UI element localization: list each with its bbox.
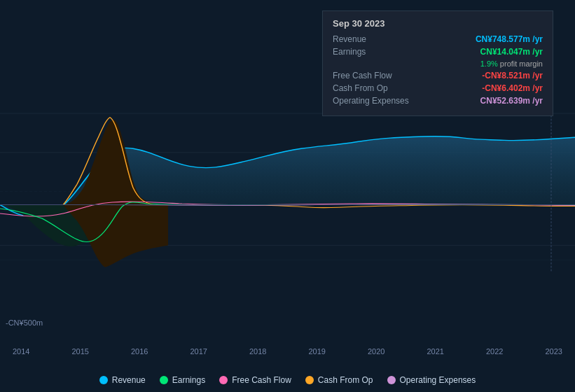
legend-earnings[interactable]: Earnings [160,375,205,385]
opex-legend-label: Operating Expenses [400,375,476,385]
profit-margin-value: 1.9% profit margin [480,59,543,68]
fcf-legend-label: Free Cash Flow [232,375,291,385]
legend-revenue[interactable]: Revenue [99,375,146,385]
cashop-label: Cash From Op [333,83,417,93]
revenue-legend-label: Revenue [112,375,146,385]
x-label-2022: 2022 [486,347,503,356]
chart-legend: Revenue Earnings Free Cash Flow Cash Fro… [0,375,575,385]
x-axis: 2014 2015 2016 2017 2018 2019 2020 2021 … [0,347,575,356]
revenue-row: Revenue CN¥748.577m /yr [333,34,543,44]
earnings-label: Earnings [333,47,417,57]
cashop-value: -CN¥6.402m /yr [482,83,543,93]
cashop-row: Cash From Op -CN¥6.402m /yr [333,83,543,93]
x-label-2016: 2016 [131,347,148,356]
fcf-row: Free Cash Flow -CN¥8.521m /yr [333,71,543,80]
earnings-value: CN¥14.047m /yr [480,47,543,57]
fcf-dot [219,376,228,384]
chart-svg [0,108,575,343]
earnings-row: Earnings CN¥14.047m /yr [333,47,543,57]
chart-container: Sep 30 2023 Revenue CN¥748.577m /yr Earn… [0,0,575,392]
opex-label: Operating Expenses [333,96,417,106]
x-label-2018: 2018 [249,347,266,356]
earnings-legend-label: Earnings [172,375,205,385]
x-label-2017: 2017 [190,347,207,356]
opex-value: CN¥52.639m /yr [480,96,543,106]
tooltip-date: Sep 30 2023 [333,18,543,29]
x-label-2020: 2020 [368,347,385,356]
earnings-dot [160,376,168,384]
x-label-2023: 2023 [546,347,562,356]
x-label-2015: 2015 [72,347,89,356]
revenue-dot [99,376,108,384]
fcf-label: Free Cash Flow [333,71,417,80]
legend-fcf[interactable]: Free Cash Flow [219,375,291,385]
opex-dot [387,376,396,384]
cashop-dot [305,376,314,384]
revenue-value: CN¥748.577m /yr [476,34,543,44]
x-label-2019: 2019 [309,347,326,356]
fcf-value: -CN¥8.521m /yr [482,71,543,80]
legend-cashop[interactable]: Cash From Op [305,375,373,385]
revenue-label: Revenue [333,34,417,44]
x-label-2014: 2014 [13,347,29,356]
x-label-2021: 2021 [427,347,444,356]
profit-margin-row: 1.9% profit margin [333,59,543,68]
legend-opex[interactable]: Operating Expenses [387,375,476,385]
opex-row: Operating Expenses CN¥52.639m /yr [333,96,543,106]
cashop-legend-label: Cash From Op [318,375,373,385]
tooltip-box: Sep 30 2023 Revenue CN¥748.577m /yr Earn… [322,10,553,116]
